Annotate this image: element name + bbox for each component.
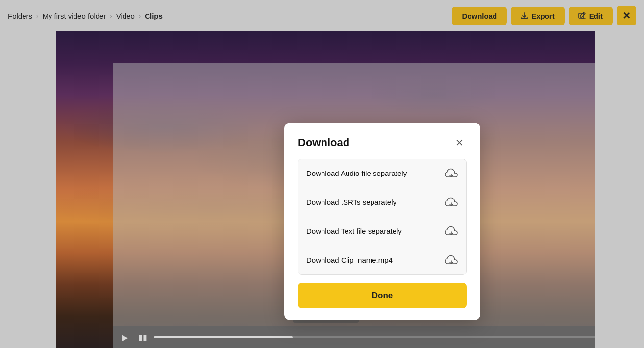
download-list: Download Audio file separately Download …: [298, 159, 467, 275]
done-button[interactable]: Done: [298, 283, 467, 308]
breadcrumb-sep-3: ›: [139, 12, 141, 20]
modal-close-icon: ✕: [455, 137, 464, 148]
cloud-download-audio-icon: [445, 168, 458, 179]
download-text-label: Download Text file separately: [306, 227, 402, 235]
download-modal: Download ✕ Download Audio file separatel…: [284, 123, 480, 320]
cloud-download-mp4-icon: [445, 255, 458, 266]
download-mp4-label: Download Clip_name.mp4: [306, 256, 393, 264]
edit-button[interactable]: Edit: [569, 7, 613, 25]
close-icon: ✕: [622, 10, 631, 22]
breadcrumb-sep-2: ›: [110, 12, 112, 20]
cloud-download-srts-icon: [445, 197, 458, 208]
download-item-audio[interactable]: Download Audio file separately: [298, 159, 466, 188]
export-button[interactable]: Export: [511, 7, 565, 25]
download-item-srts[interactable]: Download .SRTs separately: [298, 188, 466, 217]
breadcrumb-clips[interactable]: Clips: [145, 12, 163, 20]
breadcrumb-sep-1: ›: [36, 12, 38, 20]
modal-close-button[interactable]: ✕: [452, 137, 467, 149]
edit-icon: [578, 12, 586, 20]
export-icon: [520, 12, 528, 20]
breadcrumb: Folders › My first video folder › Video …: [8, 12, 163, 20]
download-button[interactable]: Download: [452, 7, 507, 25]
export-label: Export: [531, 12, 555, 20]
modal-backdrop: Download ✕ Download Audio file separatel…: [113, 63, 595, 348]
close-button[interactable]: ✕: [617, 6, 636, 25]
download-item-text[interactable]: Download Text file separately: [298, 217, 466, 246]
modal-header: Download ✕: [298, 136, 467, 149]
download-label: Download: [462, 12, 497, 20]
edit-label: Edit: [589, 12, 603, 20]
download-srts-label: Download .SRTs separately: [306, 198, 396, 206]
cloud-download-text-icon: [445, 226, 458, 237]
breadcrumb-folders[interactable]: Folders: [8, 12, 32, 20]
breadcrumb-video[interactable]: Video: [116, 12, 135, 20]
top-bar: Folders › My first video folder › Video …: [0, 0, 644, 31]
top-actions: Download Export Edit ✕: [452, 6, 636, 25]
video-container: Gastro... n direct ▶ ▮▮ 08:32:30 Downloa…: [56, 31, 595, 348]
download-item-mp4[interactable]: Download Clip_name.mp4: [298, 246, 466, 274]
modal-title: Download: [298, 136, 349, 149]
download-audio-label: Download Audio file separately: [306, 169, 407, 177]
breadcrumb-folder-name[interactable]: My first video folder: [42, 12, 106, 20]
